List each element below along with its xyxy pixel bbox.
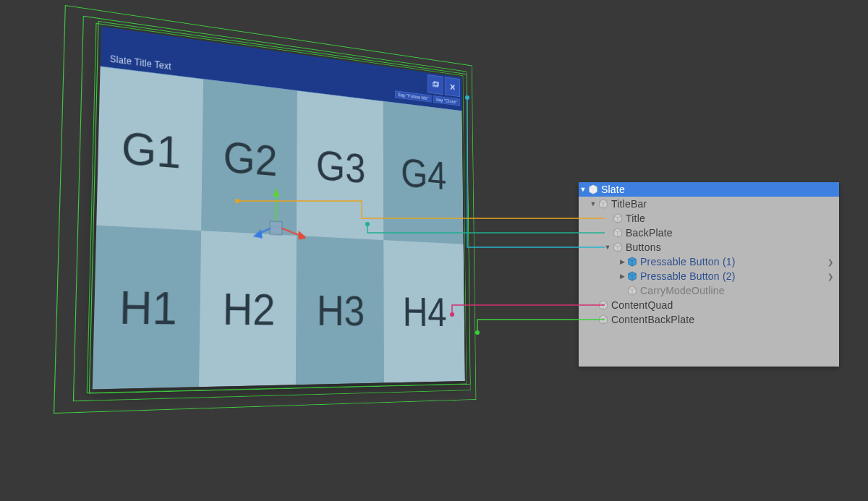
hierarchy-label: Pressable Button (2) — [640, 270, 827, 282]
gameobject-cube-icon — [613, 213, 623, 223]
slate-title-buttons: ✕ — [427, 74, 460, 97]
hierarchy-row-slate[interactable]: ▼Slate — [579, 182, 839, 197]
tile-g3: G3 — [297, 90, 383, 240]
hierarchy-label: ContentQuad — [611, 299, 836, 311]
hierarchy-row-btn2[interactable]: ▶Pressable Button (2)❯ — [579, 269, 839, 283]
tile-g4: G4 — [383, 101, 464, 244]
hierarchy-label: Slate — [601, 184, 836, 195]
hierarchy-label: CarryModeOutline — [640, 285, 836, 296]
hierarchy-row-buttons[interactable]: ▼Buttons — [579, 240, 839, 254]
tile-g2: G2 — [201, 79, 297, 236]
close-hint: Say "Close" — [433, 95, 460, 106]
open-prefab-chevron-icon[interactable]: ❯ — [827, 258, 836, 266]
gameobject-cube-icon — [627, 257, 637, 267]
hierarchy-row-contentquad[interactable]: ContentQuad — [579, 298, 839, 312]
slate-content-quad[interactable]: G1 G2 G3 G4 H1 H2 H3 H4 — [93, 67, 465, 390]
tile-h4: H4 — [383, 240, 465, 382]
hierarchy-label: Title — [626, 213, 836, 224]
gameobject-cube-icon — [598, 314, 608, 325]
hierarchy-label: Pressable Button (1) — [640, 256, 827, 267]
hierarchy-label: BackPlate — [626, 227, 836, 239]
gameobject-cube-icon — [627, 271, 637, 281]
gameobject-cube-icon — [588, 184, 598, 194]
expand-arrow-icon[interactable]: ▶ — [618, 273, 626, 280]
tile-h3: H3 — [296, 236, 384, 385]
slate-group: Slate Title Text ✕ Say "Follow Me" Say "… — [93, 27, 465, 390]
gameobject-cube-icon — [598, 300, 608, 310]
gameobject-cube-icon — [598, 199, 608, 209]
follow-me-hint: Say "Follow Me" — [395, 90, 431, 102]
gameobject-cube-icon — [613, 228, 623, 238]
tile-h2: H2 — [199, 231, 297, 387]
hierarchy-row-backplate[interactable]: BackPlate — [579, 226, 839, 240]
hierarchy-label: Buttons — [626, 241, 836, 253]
tile-h1: H1 — [93, 226, 201, 390]
svg-rect-1 — [434, 81, 438, 85]
expand-arrow-icon[interactable]: ▼ — [603, 244, 612, 251]
hierarchy-row-contentbackplate[interactable]: ContentBackPlate — [579, 312, 839, 327]
tile-g1: G1 — [96, 67, 203, 231]
expand-arrow-icon[interactable]: ▶ — [618, 258, 626, 265]
hierarchy-row-titlebar[interactable]: ▼TitleBar — [579, 197, 839, 211]
hierarchy-row-btn1[interactable]: ▶Pressable Button (1)❯ — [579, 254, 839, 269]
close-button[interactable]: ✕ — [445, 77, 460, 97]
hierarchy-row-title[interactable]: Title — [579, 211, 839, 226]
slate-title-text: Slate Title Text — [110, 53, 171, 72]
hierarchy-panel[interactable]: ▼Slate▼TitleBarTitleBackPlate▼Buttons▶Pr… — [579, 182, 839, 367]
slate-prefab[interactable]: Slate Title Text ✕ Say "Follow Me" Say "… — [93, 27, 465, 390]
svg-rect-0 — [433, 82, 437, 87]
expand-arrow-icon[interactable]: ▼ — [579, 186, 587, 193]
gameobject-cube-icon — [613, 242, 623, 252]
follow-me-button[interactable] — [427, 74, 443, 95]
open-prefab-chevron-icon[interactable]: ❯ — [827, 273, 836, 281]
hierarchy-row-carry[interactable]: CarryModeOutline — [579, 283, 839, 298]
expand-arrow-icon[interactable]: ▼ — [589, 200, 597, 207]
hierarchy-label: TitleBar — [611, 198, 836, 210]
hierarchy-label: ContentBackPlate — [611, 314, 836, 325]
gameobject-cube-icon — [627, 286, 637, 296]
